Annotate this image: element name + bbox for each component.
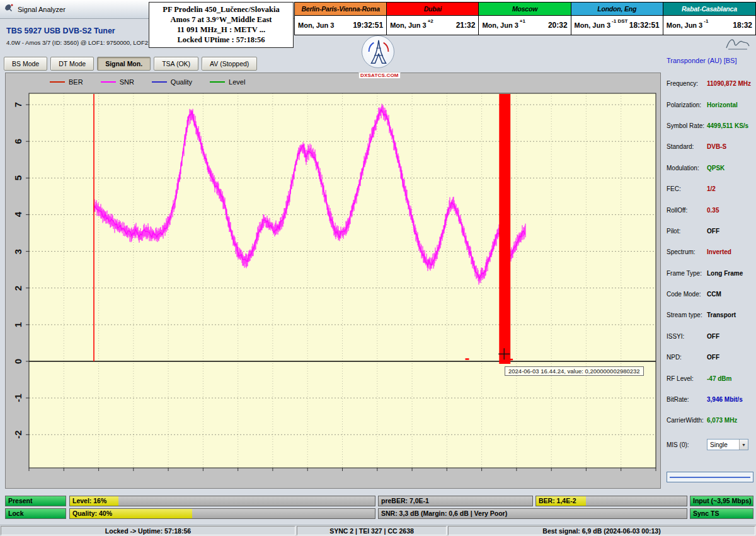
- transponder-value: 3,946 Mbit/s: [707, 396, 743, 403]
- transponder-value: 4499,511 KS/s: [707, 122, 748, 129]
- clock-utc-offset: -1 DST: [612, 18, 627, 24]
- transponder-row-carrierwidth: CarrierWidth:6,073 MHz: [667, 410, 753, 431]
- legend-item-quality: Quality: [152, 78, 192, 86]
- transponder-label: Symbol Rate:: [667, 122, 707, 129]
- y-axis-tick-label: 4: [11, 207, 25, 221]
- transponder-label: Standard:: [667, 143, 707, 150]
- legend-item-level: Level: [210, 78, 245, 86]
- legend-item-snr: SNR: [101, 78, 134, 86]
- y-axis-tick-label: 3: [11, 245, 25, 259]
- clock-time: 20:32: [548, 21, 568, 30]
- transponder-value: 1/2: [707, 185, 716, 192]
- statusbar-lock-uptime: Locked -> Uptime: 57:18:56: [1, 526, 295, 535]
- ber-bar: BER: 1,4E-2: [536, 496, 687, 506]
- transponder-value: Transport: [707, 312, 736, 318]
- clock-time: 18:32:51: [629, 21, 660, 30]
- transponder-label: Frame Type:: [667, 270, 707, 277]
- panel-scrollbar-track: [670, 477, 750, 478]
- clock-city-label: Dubai: [387, 3, 478, 16]
- tab-av-stopped[interactable]: AV (Stopped): [202, 57, 257, 71]
- transponder-value: Inverted: [707, 248, 731, 255]
- status-label: Level: 16%: [72, 496, 106, 506]
- clock-rabat-casablanca: Rabat-CasablancaMon, Jun 3-118:32: [663, 3, 755, 35]
- statusbar-best-signal: Best signal: 6,9 dB (2024-06-03 00:13): [448, 526, 755, 535]
- transponder-row-frame-type: Frame Type:Long Frame: [667, 263, 753, 284]
- transponder-label: Modulation:: [667, 165, 707, 172]
- clock-date: Mon, Jun 3: [390, 21, 426, 29]
- y-axis-tick-label: 1: [11, 318, 25, 332]
- transponder-row-pilot: Pilot:OFF: [667, 221, 753, 242]
- level-bar: Level: 16%: [69, 496, 375, 506]
- transponder-panel-title: Transponder (AU) [BS]: [667, 57, 736, 64]
- dxsatcs-logo-circle: [362, 35, 394, 68]
- transponder-value: OFF: [707, 354, 719, 361]
- site-info-line: PF Prodelin 450_Lučenec/Slovakia: [149, 4, 293, 15]
- transponder-row-rf-level: RF Level:-47 dBm: [667, 368, 753, 388]
- transponder-row-spectrum: Spectrum:Inverted: [667, 242, 753, 262]
- legend-line-swatch: [50, 81, 65, 83]
- transponder-row-code-mode: Code Mode:CCM: [667, 284, 753, 305]
- mis-selected-value: Single: [710, 441, 728, 448]
- clock-utc-offset: -1: [704, 18, 708, 24]
- clock-date: Mon, Jun 3: [667, 21, 702, 29]
- transponder-label: RF Level:: [667, 375, 707, 382]
- y-axis-tick-label: 5: [11, 171, 25, 185]
- transponder-value: OFF: [707, 228, 719, 235]
- site-info-line: Locked UPtime : 57:18:56: [149, 35, 293, 45]
- status-label: Present: [8, 496, 33, 506]
- transponder-value: 11090,872 MHz: [707, 80, 751, 87]
- transponder-label: Pilot:: [667, 228, 707, 235]
- signal-chart[interactable]: BERSNRQualityLevel 2024-06-03 16.44.24, …: [5, 73, 661, 489]
- status-label: Lock: [8, 509, 24, 518]
- transponder-value: DVB-S: [707, 143, 726, 150]
- site-info-box: PF Prodelin 450_Lučenec/Slovakia Amos 7 …: [149, 2, 294, 48]
- transponder-label: Frequency:: [667, 80, 707, 87]
- tab-signal-mon[interactable]: Signal Mon.: [97, 57, 151, 71]
- transponder-label: ISSYI:: [667, 333, 707, 340]
- statusbar-sync-counters: SYNC 2 | TEI 327 | CC 2638: [297, 526, 447, 535]
- transponder-row-bitrate: BitRate:3,946 Mbit/s: [667, 389, 753, 410]
- legend-label: BER: [69, 78, 83, 86]
- panel-scrollbar[interactable]: [667, 472, 753, 482]
- tab-tsa-ok[interactable]: TSA (OK): [154, 57, 198, 71]
- transponder-row-frequency: Frequency:11090,872 MHz: [667, 73, 753, 94]
- transponder-row-symbol-rate: Symbol Rate:4499,511 KS/s: [667, 115, 753, 136]
- transponder-label: Spectrum:: [667, 248, 707, 255]
- y-axis-tick-label: -1: [11, 391, 25, 405]
- status-label: SNR: 3,3 dB (Margin: 0,6 dB | Very Poor): [381, 509, 507, 518]
- clock-date: Mon, Jun 3: [482, 21, 518, 29]
- y-axis-tick-label: 2: [11, 281, 25, 295]
- clock-dubai: DubaiMon, Jun 3+221:32: [387, 3, 479, 35]
- status-bar: Locked -> Uptime: 57:18:56 SYNC 2 | TEI …: [0, 525, 756, 536]
- dxsatcs-logo: DXSATCS.COM: [358, 35, 398, 79]
- transponder-row-issyi: ISSYI:OFF: [667, 326, 753, 347]
- status-label: Quality: 40%: [72, 509, 112, 518]
- transponder-row-modulation: Modulation:QPSK: [667, 158, 753, 178]
- tuner-title: TBS 5927 USB DVB-S2 Tuner: [6, 26, 115, 35]
- legend-item-ber: BER: [50, 78, 83, 86]
- clock-time: 19:32:51: [353, 21, 383, 30]
- status-label: Input (~3,95 Mbps): [693, 496, 751, 506]
- clock-city-label: London, Eng: [571, 3, 663, 16]
- transponder-value: 6,073 MHz: [707, 417, 737, 424]
- clock-time-cell: Mon, Jun 3-1 DST18:32:51: [571, 16, 663, 35]
- transponder-value: QPSK: [707, 165, 724, 172]
- transponder-parameter-list: Frequency:11090,872 MHzPolarization:Hori…: [667, 73, 753, 431]
- snr-bar: SNR: 3,3 dB (Margin: 0,6 dB | Very Poor): [378, 508, 687, 519]
- mis-select[interactable]: Single ▼: [707, 439, 748, 450]
- clock-date: Mon, Jun 3: [298, 21, 334, 29]
- legend-line-swatch: [152, 81, 167, 83]
- clock-moscow: MoscowMon, Jun 3+120:32: [479, 3, 571, 35]
- transponder-value: Long Frame: [707, 270, 743, 277]
- dxsatcs-logo-caption: DXSATCS.COM: [358, 72, 401, 79]
- satellite-dish-icon: [4, 3, 14, 16]
- site-info-line: Amos 7 at 3.9°W_Middle East: [149, 15, 293, 25]
- chart-legend: BERSNRQualityLevel: [50, 76, 245, 88]
- clock-city-label: Moscow: [479, 3, 570, 16]
- lock-indicator: Lock: [5, 508, 66, 519]
- transponder-label: CarrierWidth:: [667, 417, 707, 424]
- tab-dt-mode[interactable]: DT Mode: [50, 57, 94, 71]
- tab-bs-mode[interactable]: BS Mode: [4, 57, 47, 71]
- transponder-value: CCM: [707, 291, 721, 298]
- quality-bar: Quality: 40%: [69, 508, 375, 519]
